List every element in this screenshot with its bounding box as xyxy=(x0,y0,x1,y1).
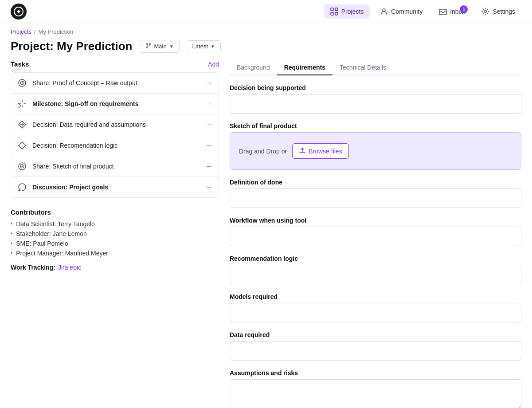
task-item[interactable]: Decision: Recomendation logic → xyxy=(11,135,219,156)
nav-settings-label: Settings xyxy=(493,8,515,15)
nav-inbox[interactable]: Inbox 1 xyxy=(432,4,471,19)
task-item[interactable]: Milestone: Sign-off on requirements → xyxy=(11,94,219,114)
breadcrumb-separator: / xyxy=(34,28,36,35)
field-decision-supported: Decision being supported xyxy=(230,84,521,114)
workflow-input[interactable] xyxy=(230,227,521,246)
data-required-input[interactable] xyxy=(230,341,521,361)
left-panel: Tasks Add Share: Proof of Concept – Raw … xyxy=(11,60,219,408)
bullet: • xyxy=(11,250,12,256)
branch-arrow: ▼ xyxy=(169,44,174,49)
field-data-required: Data required xyxy=(230,331,521,361)
milestone-icon xyxy=(17,99,27,109)
tab-technical-details[interactable]: Technical Details xyxy=(332,60,393,75)
branch-dropdown[interactable]: Main ▼ xyxy=(140,40,180,53)
bullet: • xyxy=(11,221,12,227)
upload-icon xyxy=(299,147,306,155)
svg-rect-4 xyxy=(335,12,338,15)
main-layout: Tasks Add Share: Proof of Concept – Raw … xyxy=(0,60,532,408)
decision-icon xyxy=(17,141,27,150)
decision-icon xyxy=(17,120,27,129)
branch-icon xyxy=(145,43,152,50)
contributors-section: Contributors • Data Scientist: Terry Tan… xyxy=(11,208,219,257)
version-label: Latest xyxy=(192,43,208,50)
assumptions-risks-input[interactable] xyxy=(230,379,521,408)
task-label: Decision: Recomendation logic xyxy=(32,142,200,149)
discussion-icon xyxy=(17,182,27,192)
contributor-name: Data Scientist: Terry Tangelo xyxy=(16,220,95,228)
browse-files-button[interactable]: Browse files xyxy=(292,143,348,159)
nav-projects[interactable]: Projects xyxy=(324,4,370,19)
work-tracking-label: Work Tracking: xyxy=(11,264,55,271)
svg-point-17 xyxy=(22,166,23,167)
contributor-name: Stakeholder: Jane Lemon xyxy=(16,230,87,237)
recommendation-logic-input[interactable] xyxy=(230,265,521,284)
task-arrow: → xyxy=(205,183,212,191)
contributor-item: • SME: Paul Pomelo xyxy=(11,240,219,247)
tasks-title: Tasks xyxy=(11,60,29,68)
settings-icon xyxy=(481,7,490,16)
tabs: Background Requirements Technical Detail… xyxy=(230,60,521,75)
task-label: Decision: Data required and assumptions xyxy=(32,121,200,128)
task-label: Share: Sketch of final product xyxy=(32,163,200,170)
decision-supported-input[interactable] xyxy=(230,94,521,114)
nav-community-label: Community xyxy=(391,8,422,15)
logo xyxy=(11,4,27,20)
svg-point-13 xyxy=(22,82,23,84)
share-icon xyxy=(17,161,27,171)
field-label: Models required xyxy=(230,293,521,300)
header: Projects Community Inbox 1 Settings xyxy=(0,0,532,23)
breadcrumb-current: My Prediction xyxy=(39,28,74,35)
nav-settings[interactable]: Settings xyxy=(475,4,521,19)
task-item[interactable]: Decision: Data required and assumptions … xyxy=(11,114,219,135)
contributor-name: Project Manager: Manfried Meyer xyxy=(16,250,108,257)
community-icon xyxy=(379,7,388,16)
task-item[interactable]: Share: Sketch of final product → xyxy=(11,156,219,177)
field-label: Assumptions and risks xyxy=(230,369,521,377)
svg-point-5 xyxy=(383,9,385,12)
bullet: • xyxy=(11,240,12,247)
task-item[interactable]: Share: Proof of Concept – Raw output → xyxy=(11,73,219,94)
browse-files-label: Browse files xyxy=(309,148,342,155)
svg-rect-2 xyxy=(331,12,333,15)
field-label: Recommendation logic xyxy=(230,255,521,262)
svg-rect-1 xyxy=(331,8,333,11)
field-workflow: Workflow when using tool xyxy=(230,217,521,246)
tab-background[interactable]: Background xyxy=(230,60,277,75)
task-arrow: → xyxy=(205,141,212,149)
svg-rect-3 xyxy=(335,8,338,11)
svg-rect-6 xyxy=(439,9,446,15)
contributors-title: Contributors xyxy=(11,208,219,216)
page-title-area: Project: My Prediction Main ▼ Latest ▼ xyxy=(0,37,532,60)
field-label: Sketch of final product xyxy=(230,122,521,129)
models-required-input[interactable] xyxy=(230,303,521,322)
inbox-badge: 1 xyxy=(460,5,468,13)
task-arrow: → xyxy=(205,79,212,87)
inbox-icon xyxy=(438,7,447,16)
jira-link[interactable]: Jira epic xyxy=(58,264,81,271)
field-label: Decision being supported xyxy=(230,84,521,91)
target-icon xyxy=(17,78,27,88)
contributor-item: • Data Scientist: Terry Tangelo xyxy=(11,220,219,228)
contributor-item: • Stakeholder: Jane Lemon xyxy=(11,230,219,237)
bullet: • xyxy=(11,231,12,237)
page-title: Project: My Prediction xyxy=(11,39,133,53)
definition-done-input[interactable] xyxy=(230,188,521,208)
task-arrow: → xyxy=(205,162,212,170)
field-definition-done: Definition of done xyxy=(230,179,521,208)
field-label: Workflow when using tool xyxy=(230,217,521,224)
breadcrumb-parent[interactable]: Projects xyxy=(11,28,31,35)
add-task-link[interactable]: Add xyxy=(208,61,219,68)
field-assumptions-risks: Assumptions and risks xyxy=(230,369,521,408)
task-label: Milestone: Sign-off on requirements xyxy=(32,100,200,107)
file-drop-zone[interactable]: Drag and Drop or Browse files xyxy=(230,132,521,170)
task-label: Discussion: Project goals xyxy=(32,184,200,191)
breadcrumb: Projects / My Prediction xyxy=(0,23,532,37)
svg-point-7 xyxy=(485,10,487,12)
projects-icon xyxy=(330,7,339,16)
task-item[interactable]: Discussion: Project goals → xyxy=(11,177,219,197)
task-label: Share: Proof of Concept – Raw output xyxy=(32,79,200,86)
version-dropdown[interactable]: Latest ▼ xyxy=(187,40,221,52)
field-recommendation-logic: Recommendation logic xyxy=(230,255,521,284)
tab-requirements[interactable]: Requirements xyxy=(277,60,332,75)
nav-community[interactable]: Community xyxy=(373,4,429,19)
